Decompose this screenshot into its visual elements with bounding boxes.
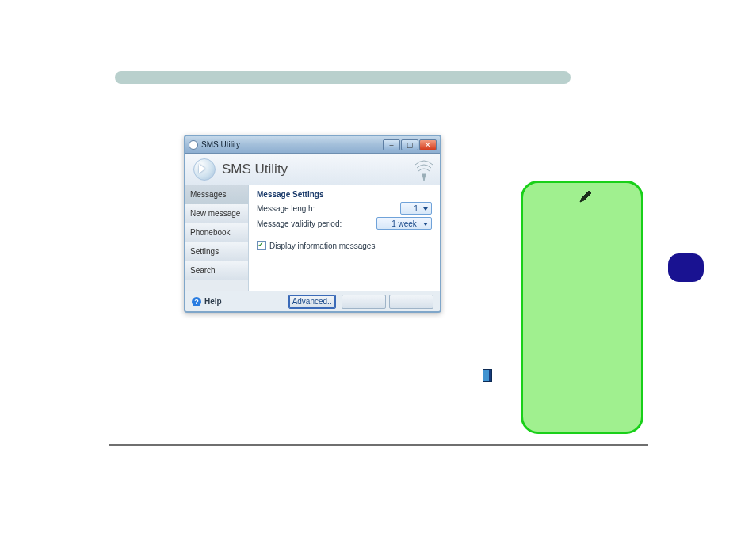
- help-icon: ?: [192, 297, 201, 306]
- validity-period-label: Message validity period:: [257, 219, 376, 228]
- sms-utility-window: SMS Utility – ▢ ✕ SMS Utility Messages N…: [184, 135, 441, 313]
- settings-panel: Message Settings Message length: 1 Messa…: [249, 185, 440, 291]
- sidebar-item-label: Phonebook: [190, 228, 231, 237]
- help-link[interactable]: ? Help: [192, 297, 222, 306]
- window-footer: ? Help Advanced..: [185, 291, 440, 311]
- titlebar[interactable]: SMS Utility – ▢ ✕: [185, 136, 440, 154]
- ok-button[interactable]: [342, 295, 386, 309]
- sidebar-item-label: Search: [190, 266, 216, 275]
- validity-period-value: 1 week: [391, 219, 417, 228]
- sidebar-item-settings[interactable]: Settings: [185, 242, 248, 261]
- page-footer-rule: [109, 444, 648, 446]
- pen-icon: [578, 189, 593, 204]
- signal-icon: [414, 158, 433, 181]
- sidebar-item-phonebook[interactable]: Phonebook: [185, 223, 248, 242]
- display-info-messages-checkbox[interactable]: [257, 241, 266, 250]
- message-length-select[interactable]: 1: [400, 202, 432, 215]
- header-divider: [115, 71, 571, 84]
- app-header: SMS Utility: [185, 154, 440, 185]
- sidebar-item-label: Messages: [190, 190, 227, 199]
- close-button[interactable]: ✕: [419, 139, 437, 150]
- app-title: SMS Utility: [222, 162, 288, 177]
- maximize-button[interactable]: ▢: [401, 139, 418, 150]
- sidebar-item-new-message[interactable]: New message: [185, 204, 248, 223]
- sidebar-item-search[interactable]: Search: [185, 261, 248, 280]
- sidebar: Messages New message Phonebook Settings …: [185, 185, 249, 291]
- message-length-value: 1: [414, 204, 418, 213]
- app-system-icon: [189, 140, 198, 150]
- help-label: Help: [204, 297, 222, 306]
- tray-icon: [483, 369, 492, 382]
- validity-period-select[interactable]: 1 week: [376, 217, 432, 230]
- section-title: Message Settings: [257, 190, 432, 199]
- side-tab[interactable]: [668, 253, 704, 282]
- advanced-label: Advanced..: [292, 297, 332, 306]
- sidebar-item-label: Settings: [190, 247, 219, 256]
- display-info-messages-label: Display information messages: [269, 242, 375, 250]
- advanced-button[interactable]: Advanced..: [288, 295, 336, 309]
- cancel-button[interactable]: [389, 295, 433, 309]
- envelope-icon: [193, 158, 216, 181]
- note-panel: [521, 181, 643, 434]
- sidebar-item-label: New message: [190, 209, 240, 218]
- sidebar-item-messages[interactable]: Messages: [185, 185, 248, 204]
- minimize-button[interactable]: –: [383, 139, 400, 150]
- message-length-label: Message length:: [257, 204, 400, 213]
- window-title: SMS Utility: [201, 140, 240, 149]
